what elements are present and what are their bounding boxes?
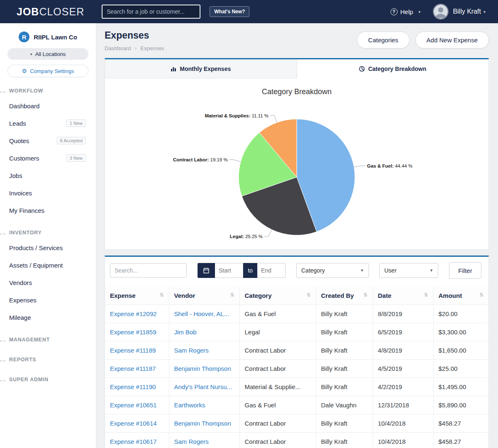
- expense-link[interactable]: Expense #10617: [105, 433, 169, 448]
- chevron-down-icon: ▼: [430, 268, 433, 273]
- sidebar-item-leads[interactable]: Leads1 New: [0, 114, 96, 132]
- company-settings-button[interactable]: ⚙ Company Settings: [7, 65, 88, 77]
- vendor-link[interactable]: Jim Bob: [169, 323, 239, 341]
- sort-icon[interactable]: ⇅: [159, 292, 164, 298]
- vendor-link[interactable]: Shell - Hoover, AL...: [169, 305, 239, 323]
- expense-link[interactable]: Expense #10614: [105, 414, 169, 433]
- filter-bar: to Category ▼ User ▼ Filter: [105, 257, 488, 283]
- sidebar: R RIIPL Lawn Co ▾ All Locations ⚙ Compan…: [0, 23, 96, 448]
- tab-label: Category Breakdown: [368, 66, 426, 72]
- column-header-label: Vendor: [174, 292, 195, 299]
- company-name: RIIPL Lawn Co: [34, 34, 77, 41]
- expense-link[interactable]: Expense #11187: [105, 360, 169, 378]
- sidebar-item-expenses[interactable]: Expenses: [0, 291, 96, 309]
- created-by-cell: Billy Kraft: [316, 433, 373, 448]
- category-cell: Gas & Fuel: [239, 396, 316, 414]
- category-cell: Contract Labor: [239, 341, 316, 360]
- sidebar-section-inventory: INVENTORY: [0, 226, 96, 239]
- sort-icon[interactable]: ⇅: [306, 292, 310, 298]
- navbar-right-group: ? Help ▾ Billy Kraft ▾: [391, 4, 486, 19]
- global-search-input[interactable]: [102, 5, 200, 19]
- sidebar-section-super-admin: SUPER ADMIN: [0, 373, 96, 386]
- sidebar-item-vendors[interactable]: Vendors: [0, 274, 96, 291]
- tab-category-breakdown[interactable]: Category Breakdown: [297, 59, 489, 78]
- table-search-input[interactable]: [110, 263, 187, 278]
- category-select[interactable]: Category ▼: [296, 263, 369, 278]
- help-menu[interactable]: ? Help ▾: [391, 8, 421, 15]
- whats-new-button[interactable]: What's New?: [210, 6, 249, 17]
- sidebar-item-label: Products / Services: [9, 244, 63, 251]
- sidebar-item-invoices[interactable]: Invoices: [0, 184, 96, 202]
- vendor-link[interactable]: Earthworks: [169, 396, 239, 414]
- column-header-date[interactable]: ⇅Date: [373, 287, 433, 305]
- pie-label-gas-fuel: Gas & Fuel: 44.44 %: [367, 163, 413, 168]
- locations-label: All Locations: [35, 51, 66, 57]
- sort-icon[interactable]: ⇅: [230, 292, 234, 298]
- filter-button[interactable]: Filter: [449, 262, 481, 279]
- table-header-row: ⇅Expense⇅Vendor⇅Category⇅Created By⇅Date…: [105, 287, 488, 305]
- top-navbar: JOBCLOSER What's New? ? Help ▾ Billy Kra…: [0, 0, 498, 23]
- page-header: Expenses Dashboard › Expenses Categories…: [105, 30, 489, 51]
- sidebar-item-my-finances[interactable]: My Finances: [0, 202, 96, 219]
- chevron-down-icon: ▾: [418, 10, 420, 14]
- vendor-link[interactable]: Andy's Plant Nursu...: [169, 378, 239, 396]
- expense-link[interactable]: Expense #11190: [105, 378, 169, 396]
- category-cell: Material & Supplie...: [239, 378, 316, 396]
- column-header-expense[interactable]: ⇅Expense: [105, 287, 169, 305]
- pie-label-connector: [270, 116, 277, 123]
- date-cell: 10/4/2018: [373, 414, 433, 433]
- sidebar-item-assets-equipment[interactable]: Assets / Equipment: [0, 256, 96, 274]
- add-new-expense-button[interactable]: Add New Expense: [415, 32, 489, 49]
- calendar-button[interactable]: [198, 263, 215, 278]
- sort-icon[interactable]: ⇅: [363, 292, 367, 298]
- column-header-vendor[interactable]: ⇅Vendor: [169, 287, 239, 305]
- expenses-table-card: to Category ▼ User ▼ Filter ⇅Expense⇅Ven…: [105, 256, 489, 448]
- sidebar-item-dashboard[interactable]: Dashboard: [0, 97, 96, 114]
- vendor-link[interactable]: Sam Rogers: [169, 341, 239, 360]
- breadcrumb-dashboard[interactable]: Dashboard: [105, 45, 131, 51]
- date-cell: 10/4/2018: [373, 433, 433, 448]
- category-select-value: Category: [301, 267, 325, 274]
- user-name[interactable]: Billy Kraft: [453, 8, 481, 15]
- pie-chart-area: Category Breakdown Gas & Fuel: 44.44 %Le…: [105, 78, 488, 249]
- tab-monthly-expenses[interactable]: Monthly Expenses: [105, 59, 297, 78]
- date-cell: 4/2/2019: [373, 378, 433, 396]
- app-logo[interactable]: JOBCLOSER: [17, 6, 84, 18]
- locations-dropdown[interactable]: ▾ All Locations: [7, 48, 88, 60]
- column-header-category[interactable]: ⇅Category: [239, 287, 316, 305]
- column-header-label: Expense: [110, 292, 136, 299]
- chevron-down-icon[interactable]: ▾: [483, 10, 486, 14]
- categories-button[interactable]: Categories: [357, 32, 410, 49]
- sidebar-item-mileage[interactable]: Mileage: [0, 309, 96, 326]
- column-header-created-by[interactable]: ⇅Created By: [316, 287, 373, 305]
- amount-cell: $458.27: [433, 433, 488, 448]
- vendor-link[interactable]: Benjamin Thompson: [169, 414, 239, 433]
- vendor-link[interactable]: Benjamin Thompson: [169, 360, 239, 378]
- expense-link[interactable]: Expense #12092: [105, 305, 169, 323]
- category-cell: Contract Labor: [239, 433, 316, 448]
- sidebar-item-customers[interactable]: Customers3 New: [0, 149, 96, 167]
- sidebar-item-label: Quotes: [9, 137, 29, 144]
- sidebar-section-management: MANAGEMENT: [0, 333, 96, 346]
- expense-link[interactable]: Expense #11189: [105, 341, 169, 360]
- amount-cell: $458.27: [433, 414, 488, 433]
- sort-icon[interactable]: ⇅: [424, 292, 428, 298]
- user-avatar[interactable]: [433, 4, 449, 19]
- user-select-value: User: [384, 267, 397, 274]
- sidebar-item-jobs[interactable]: Jobs: [0, 167, 96, 184]
- avatar-silhouette-icon: [434, 5, 448, 19]
- column-header-amount[interactable]: ⇅Amount: [433, 287, 488, 305]
- sidebar-item-products-services[interactable]: Products / Services: [0, 239, 96, 256]
- user-select[interactable]: User ▼: [379, 263, 438, 278]
- created-by-cell: Dale Vaughn: [316, 396, 373, 414]
- chevron-down-icon: ▾: [30, 52, 32, 56]
- end-date-input[interactable]: [257, 263, 286, 278]
- expense-link[interactable]: Expense #11859: [105, 323, 169, 341]
- expense-link[interactable]: Expense #10651: [105, 396, 169, 414]
- vendor-link[interactable]: Sam Rogers: [169, 433, 239, 448]
- pie-label-contract-labor: Contract Labor: 19.19 %: [173, 157, 228, 162]
- start-date-input[interactable]: [215, 263, 243, 278]
- sidebar-item-quotes[interactable]: Quotes8 Accepted: [0, 132, 96, 149]
- sort-icon[interactable]: ⇅: [479, 292, 483, 298]
- logo-text-bold: JOB: [17, 6, 39, 17]
